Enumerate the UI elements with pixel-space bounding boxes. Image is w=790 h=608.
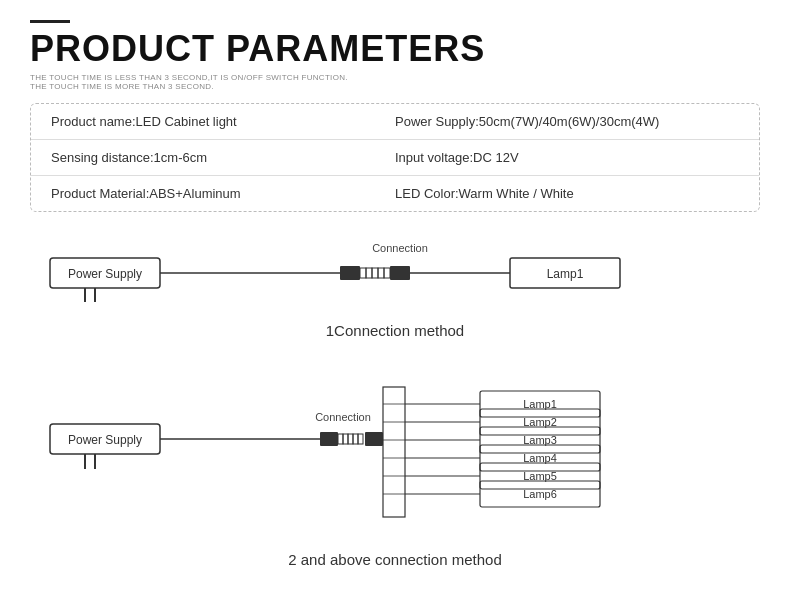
params-table: Product name:LED Cabinet light Power Sup… [30,103,760,212]
svg-rect-21 [320,432,338,446]
diagram-2-caption: 2 and above connection method [30,551,760,568]
param-row-1: Product name:LED Cabinet light Power Sup… [31,104,759,140]
svg-rect-8 [372,268,378,278]
subtitle-line2: THE TOUCH TIME IS MORE THAN 3 SECOND. [30,82,214,91]
param-row-2: Sensing distance:1cm-6cm Input voltage:D… [31,140,759,176]
param-name: Product name:LED Cabinet light [51,114,395,129]
svg-rect-7 [366,268,372,278]
svg-rect-23 [343,434,348,444]
svg-text:Lamp1: Lamp1 [523,398,557,410]
svg-text:Connection: Connection [315,411,371,423]
svg-rect-10 [378,268,384,278]
param-color: LED Color:Warm White / White [395,186,739,201]
svg-rect-25 [365,432,383,446]
diagram-1-canvas: Power Supply Lam [30,230,760,320]
subtitle-line1: THE TOUCH TIME IS LESS THAN 3 SECOND,IT … [30,73,348,82]
svg-text:Lamp2: Lamp2 [523,416,557,428]
svg-text:Connection: Connection [372,242,428,254]
page-title: PRODUCT PARAMETERS [30,29,760,69]
svg-rect-22 [338,434,343,444]
param-material: Product Material:ABS+Aluminum [51,186,395,201]
svg-text:Lamp1: Lamp1 [547,267,584,281]
svg-text:Lamp4: Lamp4 [523,452,557,464]
diagram-1-caption: 1Connection method [30,322,760,339]
svg-rect-28 [383,387,405,517]
param-voltage: Input voltage:DC 12V [395,150,739,165]
svg-text:Lamp6: Lamp6 [523,488,557,500]
svg-text:Lamp5: Lamp5 [523,470,557,482]
svg-rect-27 [358,434,363,444]
diagram-1-svg: Power Supply Lam [30,230,760,320]
svg-text:Power Supply: Power Supply [68,433,142,447]
param-row-3: Product Material:ABS+Aluminum LED Color:… [31,176,759,211]
subtitle: THE TOUCH TIME IS LESS THAN 3 SECOND,IT … [30,73,760,91]
svg-text:Power Supply: Power Supply [68,267,142,281]
svg-text:Lamp3: Lamp3 [523,434,557,446]
svg-rect-24 [348,434,353,444]
diagram-2: Power Supply [30,349,760,568]
diagram-1: Power Supply Lam [30,230,760,339]
svg-rect-11 [384,268,390,278]
title-bar [30,20,70,23]
diagram-2-svg: Power Supply [30,349,760,549]
svg-rect-5 [340,266,360,280]
svg-rect-26 [353,434,358,444]
param-power: Power Supply:50cm(7W)/40m(6W)/30cm(4W) [395,114,739,129]
svg-rect-9 [390,266,410,280]
svg-rect-6 [360,268,366,278]
param-sensing: Sensing distance:1cm-6cm [51,150,395,165]
diagram-2-canvas: Power Supply [30,349,760,549]
